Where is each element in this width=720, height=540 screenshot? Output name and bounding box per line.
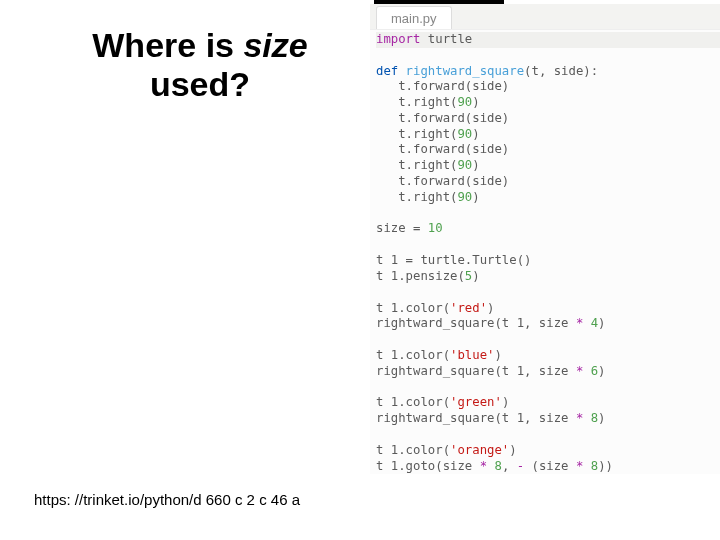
code-line: size = 10 [376, 221, 720, 237]
blank-line [376, 205, 720, 221]
code-line: t.forward(side) [376, 111, 720, 127]
blank-line [376, 285, 720, 301]
code-line: def rightward_square(t, side): [376, 64, 720, 80]
code-line: t 1 = turtle.Turtle() [376, 253, 720, 269]
code-line: t 1.color('red') [376, 301, 720, 317]
code-line: rightward_square(t 1, size * 6) [376, 364, 720, 380]
code-line: t 1.color('orange') [376, 443, 720, 459]
code-line: t.forward(side) [376, 142, 720, 158]
code-line: rightward_square(t 1, size * 4) [376, 316, 720, 332]
code-line: t.forward(side) [376, 174, 720, 190]
code-line: t 1.pensize(5) [376, 269, 720, 285]
slide-title: Where is size used? [50, 26, 350, 104]
code-line: t 1.goto(size * 8, - (size * 8)) [376, 459, 720, 475]
code-line: rightward_square(t 1, size * 8) [376, 411, 720, 427]
code-line: t 1.color('blue') [376, 348, 720, 364]
tab-row: main.py [370, 4, 720, 30]
code-line: t.right(90) [376, 158, 720, 174]
source-url: https: //trinket.io/python/d 660 c 2 c 4… [34, 491, 300, 508]
code-line: t.right(90) [376, 127, 720, 143]
slide: Where is size used? https: //trinket.io/… [0, 0, 720, 540]
left-column: Where is size used? https: //trinket.io/… [0, 0, 370, 540]
blank-line [376, 48, 720, 64]
blank-line [376, 237, 720, 253]
title-text-2: used? [150, 65, 250, 103]
title-em: size [243, 26, 307, 64]
blank-line [376, 379, 720, 395]
title-text-1: Where is [92, 26, 243, 64]
code-panel: main.py import turtle def rightward_squa… [370, 0, 720, 540]
code-line: t.forward(side) [376, 79, 720, 95]
tab-main-py[interactable]: main.py [376, 6, 452, 29]
code-line: t 1.color('green') [376, 395, 720, 411]
blank-line [376, 427, 720, 443]
blank-line [376, 332, 720, 348]
code-line: t.right(90) [376, 95, 720, 111]
code-line: import turtle [376, 32, 720, 48]
code-editor: import turtle def rightward_square(t, si… [370, 30, 720, 474]
code-line: t.right(90) [376, 190, 720, 206]
